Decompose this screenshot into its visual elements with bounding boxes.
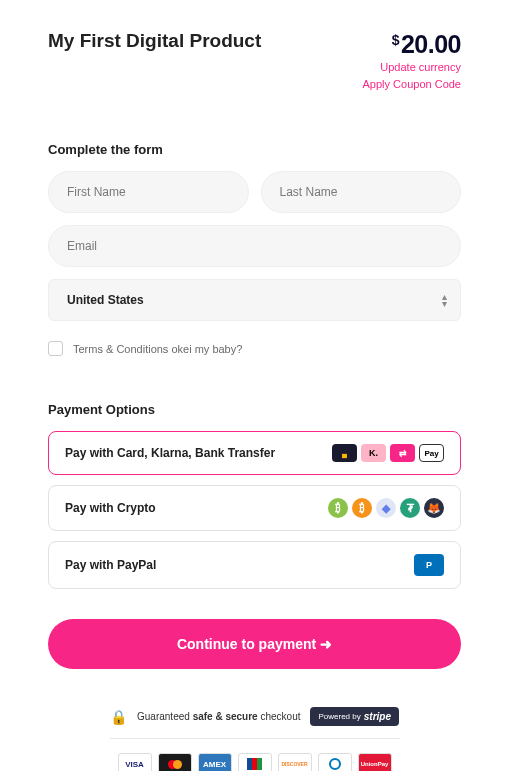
crypto-icons: ₿ ₿ ◆ ₮ 🦊	[328, 498, 444, 518]
pay-option-crypto-label: Pay with Crypto	[65, 501, 156, 515]
tether-icon: ₮	[400, 498, 420, 518]
bank-card-icon: ▄	[332, 444, 357, 462]
product-title: My First Digital Product	[48, 30, 261, 52]
discover-logo: DISCOVER	[278, 753, 312, 771]
paypal-icon: P	[414, 554, 444, 576]
diners-logo	[318, 753, 352, 771]
bitcoin-cash-icon: ₿	[328, 498, 348, 518]
shiba-icon: 🦊	[424, 498, 444, 518]
first-name-field[interactable]	[48, 171, 249, 213]
pay-option-paypal[interactable]: Pay with PayPal P	[48, 541, 461, 589]
lock-icon: 🔒	[110, 709, 127, 725]
paypal-icons: P	[414, 554, 444, 576]
apply-coupon-link[interactable]: Apply Coupon Code	[363, 76, 461, 93]
price-amount: 20.00	[401, 30, 461, 58]
pay-option-paypal-label: Pay with PayPal	[65, 558, 156, 572]
price: $20.00	[363, 30, 461, 59]
unionpay-logo: UnionPay	[358, 753, 392, 771]
terms-checkbox[interactable]	[48, 341, 63, 356]
update-currency-link[interactable]: Update currency	[363, 59, 461, 76]
terms-label: Terms & Conditions okei my baby?	[73, 343, 242, 355]
price-currency: $	[392, 32, 399, 48]
pay-option-card[interactable]: Pay with Card, Klarna, Bank Transfer ▄ K…	[48, 431, 461, 475]
pay-option-card-label: Pay with Card, Klarna, Bank Transfer	[65, 446, 275, 460]
guarantee-text: Guaranteed safe & secure checkout	[137, 711, 300, 722]
bank-transfer-icon: ⇄	[390, 444, 415, 462]
continue-button[interactable]: Continue to payment ➜	[48, 619, 461, 669]
email-field[interactable]	[48, 225, 461, 267]
price-block: $20.00 Update currency Apply Coupon Code	[363, 30, 461, 92]
card-icons: ▄ K. ⇄ Pay	[332, 444, 444, 462]
stripe-badge: Powered by stripe	[310, 707, 398, 726]
card-logos: VISA AMEX DISCOVER UnionPay	[48, 753, 461, 771]
ethereum-icon: ◆	[376, 498, 396, 518]
visa-logo: VISA	[118, 753, 152, 771]
form-heading: Complete the form	[48, 142, 461, 157]
payment-heading: Payment Options	[48, 402, 461, 417]
bitcoin-icon: ₿	[352, 498, 372, 518]
mastercard-logo	[158, 753, 192, 771]
guarantee-row: 🔒 Guaranteed safe & secure checkout Powe…	[110, 707, 400, 739]
last-name-field[interactable]	[261, 171, 462, 213]
apple-pay-icon: Pay	[419, 444, 444, 462]
jcb-logo	[238, 753, 272, 771]
amex-logo: AMEX	[198, 753, 232, 771]
country-select[interactable]: United States	[48, 279, 461, 321]
klarna-icon: K.	[361, 444, 386, 462]
pay-option-crypto[interactable]: Pay with Crypto ₿ ₿ ◆ ₮ 🦊	[48, 485, 461, 531]
